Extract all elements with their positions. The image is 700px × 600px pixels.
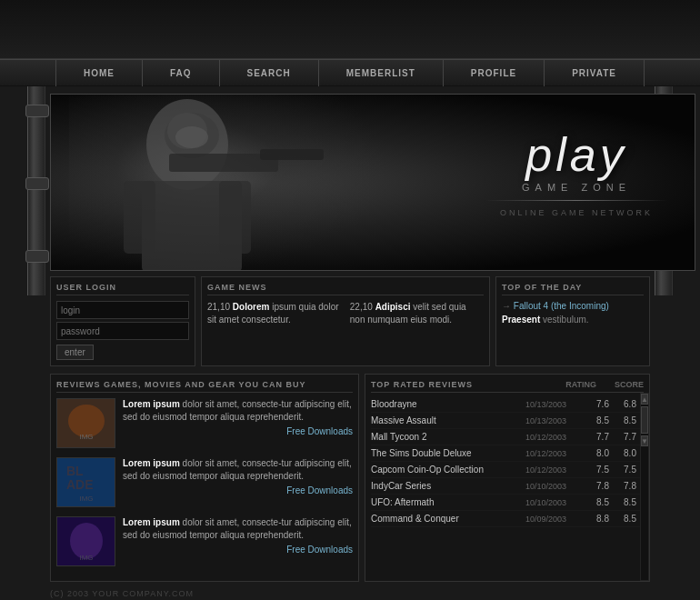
review-link-1[interactable]: Free Downloads bbox=[123, 425, 353, 438]
review-thumb-1: IMG bbox=[56, 398, 115, 448]
table-row: Massive Assault 10/13/2003 8.5 8.5 bbox=[371, 413, 644, 429]
hero-wrapper: play GAME ZONE ONLINE GAME NETWORK bbox=[0, 86, 700, 271]
hero-image bbox=[51, 95, 396, 271]
left-pipe bbox=[27, 86, 45, 295]
game-rating-1: 8.5 bbox=[589, 415, 616, 425]
review-item-3: IMG Lorem ipsum dolor sit amet, consecte… bbox=[56, 516, 353, 566]
review-item-2: BL ADE IMG Lorem ipsum dolor sit amet, c… bbox=[56, 457, 353, 507]
game-rating-5: 7.8 bbox=[589, 481, 616, 491]
rated-table: Bloodrayne 10/13/2003 7.6 6.8 Massive As… bbox=[371, 396, 644, 527]
footer-copyright: (c) 2003 your company.com bbox=[50, 589, 695, 598]
nav-items: HOME FAQ SEARCH MEMBERLIST PROFILE PRIVA… bbox=[55, 59, 645, 86]
pipe-joint-1 bbox=[25, 105, 49, 117]
table-row: UFO: Aftermath 10/10/2003 8.5 8.5 bbox=[371, 495, 644, 511]
reviews-header: REVIEWS GAMES, MOVIES AND GEAR YOU CAN B… bbox=[56, 380, 353, 393]
nav-home[interactable]: HOME bbox=[55, 59, 143, 86]
game-rating-7: 8.8 bbox=[589, 514, 616, 524]
news-item-1: 21,10 Dolorem ipsum quia dolor sit amet … bbox=[207, 301, 339, 326]
nav-search[interactable]: SEARCH bbox=[220, 59, 319, 86]
user-login-panel: USER LOGIN enter bbox=[50, 276, 195, 366]
login-input[interactable] bbox=[56, 301, 189, 319]
svg-text:IMG: IMG bbox=[79, 433, 93, 441]
hero-divider bbox=[485, 200, 667, 201]
game-rating-0: 7.6 bbox=[589, 399, 616, 409]
main-content: USER LOGIN enter GAME NEWS 21,10 Dolorem… bbox=[0, 271, 700, 582]
game-date-0: 10/13/2003 bbox=[525, 400, 589, 409]
rated-header-row: TOP RATED REVIEWS RATING SCORE bbox=[371, 380, 644, 393]
game-name-7: Command & Conquer bbox=[371, 514, 525, 524]
svg-rect-7 bbox=[260, 149, 324, 160]
svg-text:IMG: IMG bbox=[79, 554, 93, 562]
game-date-4: 10/12/2003 bbox=[525, 465, 589, 475]
table-row: IndyCar Series 10/10/2003 7.8 7.8 bbox=[371, 478, 644, 495]
svg-rect-5 bbox=[219, 181, 251, 254]
table-row: Mall Tycoon 2 10/12/2003 7.7 7.7 bbox=[371, 429, 644, 445]
hero-banner: play GAME ZONE ONLINE GAME NETWORK bbox=[50, 94, 695, 271]
review-thumb-2: BL ADE IMG bbox=[56, 457, 115, 507]
game-news-panel: GAME NEWS 21,10 Dolorem ipsum quia dolor… bbox=[201, 276, 490, 366]
pipe-joint-2 bbox=[25, 177, 49, 190]
nav-faq[interactable]: FAQ bbox=[143, 59, 220, 86]
reviews-panel: REVIEWS GAMES, MOVIES AND GEAR YOU CAN B… bbox=[50, 374, 359, 582]
thumb-svg-3: IMG bbox=[57, 516, 115, 566]
game-name-1: Massive Assault bbox=[371, 415, 525, 425]
nav-memberlist[interactable]: MEMBERLIST bbox=[319, 59, 444, 86]
game-date-7: 10/09/2003 bbox=[525, 515, 589, 524]
scroll-up-button[interactable]: ▲ bbox=[641, 394, 648, 405]
review-item-1: IMG Lorem ipsum dolor sit amet, consecte… bbox=[56, 398, 353, 448]
review-bold-3: Lorem ipsum bbox=[123, 517, 180, 527]
review-link-3[interactable]: Free Downloads bbox=[123, 544, 353, 556]
login-row: enter bbox=[56, 345, 189, 360]
scroll-down-button[interactable]: ▼ bbox=[641, 435, 648, 446]
three-col-section: USER LOGIN enter GAME NEWS 21,10 Dolorem… bbox=[50, 276, 650, 366]
review-thumb-3: IMG bbox=[56, 516, 115, 566]
game-date-3: 10/12/2003 bbox=[525, 449, 589, 458]
table-row: Bloodrayne 10/13/2003 7.6 6.8 bbox=[371, 396, 644, 413]
review-bold-1: Lorem ipsum bbox=[123, 399, 180, 409]
hero-text: play GAME ZONE ONLINE GAME NETWORK bbox=[485, 131, 667, 217]
news-number-1: 21,10 bbox=[207, 302, 233, 312]
game-rating-4: 7.5 bbox=[589, 465, 616, 475]
top-arrow: → bbox=[502, 301, 511, 311]
news-title-1: Dolorem bbox=[233, 302, 270, 312]
svg-point-8 bbox=[175, 126, 208, 148]
game-rating-3: 8.0 bbox=[589, 448, 616, 458]
review-link-2[interactable]: Free Downloads bbox=[123, 485, 353, 497]
news-items: 21,10 Dolorem ipsum quia dolor sit amet … bbox=[207, 301, 484, 332]
game-date-6: 10/10/2003 bbox=[525, 498, 589, 507]
svg-text:BL: BL bbox=[66, 464, 84, 478]
table-row: Capcom Coin-Op Collection 10/12/2003 7.5… bbox=[371, 462, 644, 478]
review-bold-2: Lorem ipsum bbox=[123, 458, 180, 468]
top-game-name: Fallout 4 (the Incoming) bbox=[514, 301, 609, 311]
review-text-3: Lorem ipsum dolor sit amet, consecte-tur… bbox=[123, 516, 353, 556]
top-header bbox=[0, 0, 700, 59]
top-game-desc: Praesent vestibulum. bbox=[502, 315, 644, 325]
enter-button[interactable]: enter bbox=[56, 345, 94, 360]
nav-private[interactable]: PRIVATE bbox=[545, 59, 645, 86]
top-game-text: vestibulum. bbox=[543, 315, 589, 325]
hero-play-text: play bbox=[485, 131, 667, 178]
password-input[interactable] bbox=[56, 322, 189, 340]
review-text-1: Lorem ipsum dolor sit amet, consecte-tur… bbox=[123, 398, 353, 438]
review-text-2: Lorem ipsum dolor sit amet, consecte-tur… bbox=[123, 457, 353, 497]
scroll-track[interactable]: ▲ ▼ bbox=[640, 393, 649, 581]
game-rating-6: 8.5 bbox=[589, 497, 616, 507]
game-name-2: Mall Tycoon 2 bbox=[371, 432, 525, 442]
score-col-header: SCORE bbox=[615, 380, 644, 389]
top-of-day-panel: TOP OF THE DAY → Fallout 4 (the Incoming… bbox=[495, 276, 650, 366]
game-name-6: UFO: Aftermath bbox=[371, 497, 525, 507]
soldier-svg bbox=[78, 99, 333, 271]
game-news-header: GAME NEWS bbox=[207, 283, 484, 295]
news-title-2: Adipisci bbox=[375, 302, 411, 312]
hero-subtitle: GAME ZONE bbox=[485, 182, 667, 193]
game-date-2: 10/12/2003 bbox=[525, 433, 589, 442]
scroll-thumb[interactable] bbox=[641, 406, 648, 434]
login-panel-header: USER LOGIN bbox=[56, 283, 189, 295]
game-name-3: The Sims Double Deluxe bbox=[371, 448, 525, 458]
game-name-4: Capcom Coin-Op Collection bbox=[371, 465, 525, 475]
top-rated-panel: TOP RATED REVIEWS RATING SCORE Bloodrayn… bbox=[365, 374, 650, 582]
top-game-title: → Fallout 4 (the Incoming) bbox=[502, 301, 644, 311]
table-row: The Sims Double Deluxe 10/12/2003 8.0 8.… bbox=[371, 445, 644, 462]
game-date-5: 10/10/2003 bbox=[525, 482, 589, 491]
nav-profile[interactable]: PROFILE bbox=[444, 59, 545, 86]
